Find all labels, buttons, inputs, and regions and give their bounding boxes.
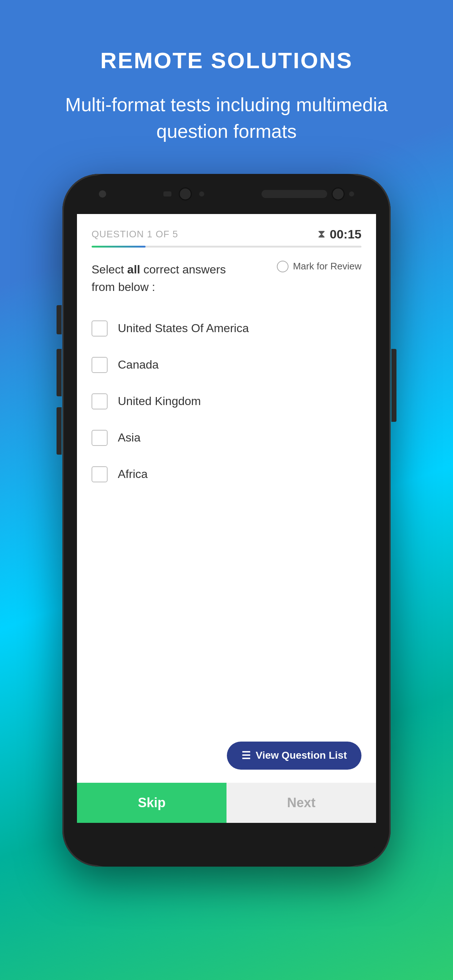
notch-group (163, 188, 204, 200)
answer-item-5[interactable]: Africa (91, 456, 362, 493)
answer-text-3: United Kingdom (118, 395, 201, 408)
question-instruction-row: Select all correct answers from below : … (91, 261, 362, 296)
answer-item-2[interactable]: Canada (91, 347, 362, 383)
progress-bar-fill (91, 246, 145, 248)
question-header: QUESTION 1 OF 5 ⧗ 00:15 (77, 214, 376, 241)
page-subtitle: Multi-format tests including multimedia … (0, 92, 453, 145)
answer-text-4: Asia (118, 431, 140, 444)
phone-mockup: QUESTION 1 OF 5 ⧗ 00:15 Select all corre… (62, 174, 391, 867)
speaker-icon (262, 190, 327, 198)
volume-down-button (57, 407, 62, 455)
bottom-actions: Skip Next (77, 783, 376, 823)
list-icon: ☰ (241, 749, 250, 762)
view-question-list-button[interactable]: ☰ View Question List (227, 741, 362, 770)
instruction-bold: all (127, 263, 140, 276)
question-label: QUESTION 1 OF 5 (91, 229, 179, 240)
checkbox-2[interactable] (91, 357, 108, 373)
answer-text-5: Africa (118, 468, 148, 481)
instruction-text-1: Select (91, 263, 127, 276)
mark-review[interactable]: Mark for Review (277, 261, 362, 272)
timer-display: 00:15 (330, 227, 362, 241)
view-question-btn-area: ☰ View Question List (77, 493, 376, 783)
timer-group: ⧗ 00:15 (318, 227, 362, 241)
next-button[interactable]: Next (226, 783, 376, 823)
mark-review-radio[interactable] (277, 261, 289, 272)
volume-up-button (57, 349, 62, 396)
view-question-btn-label: View Question List (256, 749, 347, 761)
timer-icon: ⧗ (318, 228, 325, 240)
phone-top-bar (77, 174, 376, 214)
checkbox-4[interactable] (91, 430, 108, 446)
answer-item-3[interactable]: United Kingdom (91, 383, 362, 420)
phone-bottom-bar (77, 823, 376, 867)
answer-item-4[interactable]: Asia (91, 420, 362, 456)
checkbox-1[interactable] (91, 320, 108, 337)
answer-list: United States Of America Canada United K… (91, 310, 362, 493)
page-title: REMOTE SOLUTIONS (100, 48, 353, 73)
right-sensors (262, 188, 354, 200)
answer-item-1[interactable]: United States Of America (91, 310, 362, 347)
skip-button[interactable]: Skip (77, 783, 226, 823)
sensor-icon (199, 191, 204, 197)
question-instruction: Select all correct answers from below : (91, 261, 238, 296)
checkbox-3[interactable] (91, 393, 108, 409)
power-button (391, 349, 396, 422)
answer-text-2: Canada (118, 358, 159, 372)
checkbox-5[interactable] (91, 466, 108, 482)
volume-mute-button (57, 305, 62, 334)
front-camera-icon (179, 188, 192, 200)
proximity-sensor-icon (349, 191, 354, 197)
mark-review-label: Mark for Review (293, 261, 362, 272)
progress-bar-container (91, 246, 362, 248)
face-id-icon (163, 191, 171, 197)
phone-screen: QUESTION 1 OF 5 ⧗ 00:15 Select all corre… (77, 214, 376, 823)
answer-text-1: United States Of America (118, 321, 249, 335)
dot-sensor-icon (99, 190, 106, 197)
camera-lens-icon (332, 188, 345, 200)
phone-shell: QUESTION 1 OF 5 ⧗ 00:15 Select all corre… (62, 174, 391, 867)
